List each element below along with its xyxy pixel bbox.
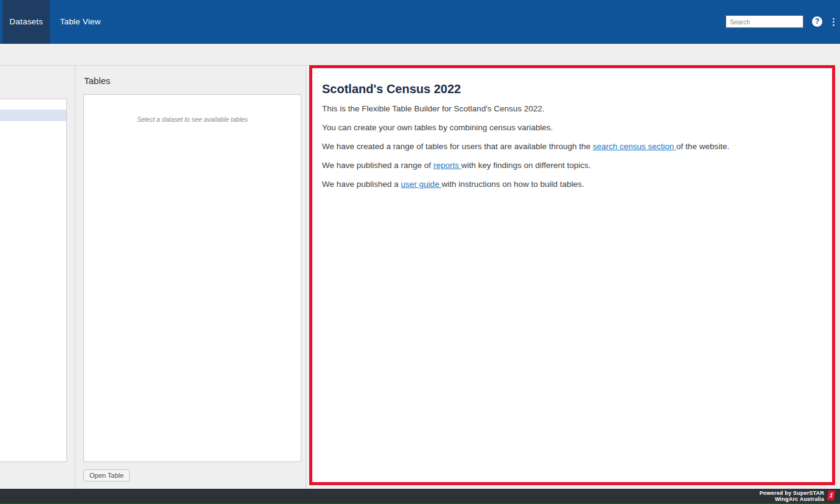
- search-census-paragraph: We have created a range of tables for us…: [322, 141, 820, 153]
- open-table-button[interactable]: Open Table: [83, 469, 130, 481]
- user-guide-paragraph: We have published a user guide with inst…: [322, 178, 820, 191]
- user-guide-link[interactable]: user guide: [401, 180, 442, 189]
- content-top-divider: [0, 65, 309, 66]
- wingarc-logo-icon: 1: [827, 491, 835, 500]
- tab-datasets[interactable]: Datasets: [2, 0, 50, 44]
- description-panel: Scotland's Census 2022 This is the Flexi…: [309, 65, 835, 485]
- paragraph-text: We have created a range of tables for us…: [322, 142, 593, 151]
- wingarc-text: WingArc Australia: [760, 496, 824, 502]
- datasets-tables-divider: [75, 66, 75, 489]
- tab-table-view[interactable]: Table View: [55, 0, 106, 44]
- tables-panel-title: Tables: [84, 75, 110, 86]
- tables-content-divider: [306, 66, 306, 489]
- description-content: Scotland's Census 2022 This is the Flexi…: [312, 82, 832, 191]
- reports-link[interactable]: reports: [433, 161, 461, 170]
- create-tables-paragraph: You can create your own tables by combin…: [322, 122, 820, 134]
- search-box: [726, 15, 803, 28]
- top-navbar: Datasets Table View ? ⋮: [0, 0, 840, 44]
- overflow-menu-icon[interactable]: ⋮: [829, 16, 838, 28]
- paragraph-text: of the website.: [676, 142, 729, 151]
- search-input[interactable]: [726, 16, 813, 27]
- paragraph-text: with key findings on different topics.: [461, 161, 591, 170]
- app-root: Datasets Table View ? ⋮ Tables Select a …: [0, 0, 840, 504]
- tables-empty-message: Select a dataset to see available tables: [84, 116, 301, 123]
- footer-bar: [0, 489, 840, 503]
- tables-list: Select a dataset to see available tables: [83, 94, 301, 462]
- paragraph-text: We have published a range of: [322, 161, 433, 170]
- help-icon[interactable]: ?: [812, 16, 822, 27]
- paragraph-text: with instructions on how to build tables…: [441, 180, 584, 189]
- page-title: Scotland's Census 2022: [322, 82, 820, 96]
- paragraph-text: We have published a: [322, 180, 401, 189]
- selected-dataset-row[interactable]: [0, 110, 66, 121]
- datasets-list: [0, 99, 67, 462]
- intro-paragraph: This is the Flexible Table Builder for S…: [322, 103, 820, 115]
- footer-branding: Powered by SuperSTAR WingArc Australia: [760, 490, 824, 502]
- powered-by-text: Powered by SuperSTAR: [760, 490, 824, 496]
- search-census-section-link[interactable]: search census section: [593, 142, 676, 151]
- reports-paragraph: We have published a range of reports wit…: [322, 159, 820, 172]
